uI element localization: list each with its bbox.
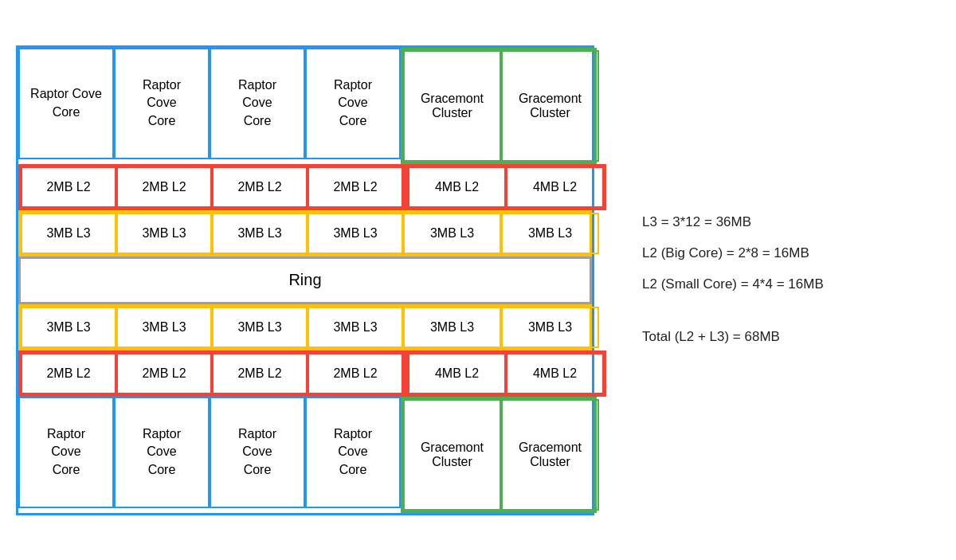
rc-bottom-cores: RaptorCoveCore RaptorCoveCore RaptorCove… bbox=[18, 397, 401, 513]
info-line-1: L3 = 3*12 = 36MB bbox=[642, 210, 940, 235]
l3-t3: 3MB L3 bbox=[212, 213, 308, 254]
rc-core-t1: Raptor Cove Core bbox=[18, 48, 114, 159]
gm-bottom-1: GracemontCluster bbox=[403, 399, 501, 511]
rc-core-t2: RaptorCoveCore bbox=[114, 48, 210, 159]
top-half: Raptor Cove Core RaptorCoveCore RaptorCo… bbox=[18, 48, 592, 164]
gm-top-2: GracemontCluster bbox=[501, 50, 599, 162]
l3-t1: 3MB L3 bbox=[21, 213, 116, 254]
l3-t4: 3MB L3 bbox=[308, 213, 403, 254]
gm-bottom-section: GracemontCluster GracemontCluster bbox=[401, 397, 597, 513]
rc-top-cores: Raptor Cove Core RaptorCoveCore RaptorCo… bbox=[18, 48, 401, 164]
l2-rc-b4: 2MB L2 bbox=[308, 353, 403, 394]
bottom-half: RaptorCoveCore RaptorCoveCore RaptorCove… bbox=[18, 397, 592, 513]
l2-bottom-row: 2MB L2 2MB L2 2MB L2 2MB L2 4MB L2 4MB L… bbox=[18, 350, 592, 397]
gm-top-section: GracemontCluster GracemontCluster bbox=[401, 48, 597, 164]
l2-rc-t1: 2MB L2 bbox=[21, 166, 116, 208]
l2-rc-t3: 2MB L2 bbox=[212, 166, 308, 208]
rc-core-t4: RaptorCoveCore bbox=[305, 48, 401, 159]
info-spacer bbox=[642, 303, 940, 319]
l3-t5: 3MB L3 bbox=[403, 213, 501, 254]
chip-diagram: Raptor Cove Core RaptorCoveCore RaptorCo… bbox=[16, 45, 594, 515]
rc-core-b1: RaptorCoveCore bbox=[18, 397, 114, 508]
l3-b1: 3MB L3 bbox=[21, 307, 116, 348]
l3-bottom-row: 3MB L3 3MB L3 3MB L3 3MB L3 3MB L3 3MB L… bbox=[18, 304, 592, 350]
l2-rc-t2: 2MB L2 bbox=[116, 166, 212, 208]
l2-rc-b3: 2MB L2 bbox=[212, 353, 308, 394]
l2-gm-top: 4MB L2 4MB L2 bbox=[406, 164, 606, 210]
gm-bottom-2: GracemontCluster bbox=[501, 399, 599, 511]
gm-bottom-grid: GracemontCluster GracemontCluster bbox=[403, 399, 594, 511]
l3-t6: 3MB L3 bbox=[501, 213, 599, 254]
rc-core-b3: RaptorCoveCore bbox=[210, 397, 305, 508]
page-container: Raptor Cove Core RaptorCoveCore RaptorCo… bbox=[16, 45, 940, 515]
l3-b5: 3MB L3 bbox=[403, 307, 501, 348]
ring-row: Ring bbox=[18, 257, 592, 304]
l2-rc-top: 2MB L2 2MB L2 2MB L2 2MB L2 bbox=[18, 164, 406, 210]
l3-b2: 3MB L3 bbox=[116, 307, 212, 348]
l3-top-row: 3MB L3 3MB L3 3MB L3 3MB L3 3MB L3 3MB L… bbox=[18, 210, 592, 257]
gm-top-grid: GracemontCluster GracemontCluster bbox=[403, 50, 594, 162]
rc-core-b4: RaptorCoveCore bbox=[305, 397, 401, 508]
l2-rc-b2: 2MB L2 bbox=[116, 353, 212, 394]
l2-gm-t1: 4MB L2 bbox=[408, 166, 506, 208]
l2-rc-bottom: 2MB L2 2MB L2 2MB L2 2MB L2 bbox=[18, 350, 406, 397]
l3-t2: 3MB L3 bbox=[116, 213, 212, 254]
rc-core-b2: RaptorCoveCore bbox=[114, 397, 210, 508]
gm-top-1: GracemontCluster bbox=[403, 50, 501, 162]
ring-label: Ring bbox=[288, 271, 321, 289]
l2-gm-b1: 4MB L2 bbox=[408, 353, 506, 394]
info-line-3: L2 (Small Core) = 4*4 = 16MB bbox=[642, 272, 940, 297]
l2-rc-b1: 2MB L2 bbox=[21, 353, 116, 394]
info-panel: L3 = 3*12 = 36MB L2 (Big Core) = 2*8 = 1… bbox=[626, 210, 940, 349]
l2-gm-b2: 4MB L2 bbox=[506, 353, 604, 394]
l2-rc-t4: 2MB L2 bbox=[308, 166, 403, 208]
l2-gm-t2: 4MB L2 bbox=[506, 166, 604, 208]
l3-b4: 3MB L3 bbox=[308, 307, 403, 348]
info-line-4: Total (L2 + L3) = 68MB bbox=[642, 325, 940, 350]
l2-top-row: 2MB L2 2MB L2 2MB L2 2MB L2 4MB L2 4MB L… bbox=[18, 164, 592, 210]
l3-b3: 3MB L3 bbox=[212, 307, 308, 348]
l2-gm-bottom: 4MB L2 4MB L2 bbox=[406, 350, 606, 397]
rc-core-t3: RaptorCoveCore bbox=[210, 48, 305, 159]
info-line-2: L2 (Big Core) = 2*8 = 16MB bbox=[642, 241, 940, 266]
l3-b6: 3MB L3 bbox=[501, 307, 599, 348]
